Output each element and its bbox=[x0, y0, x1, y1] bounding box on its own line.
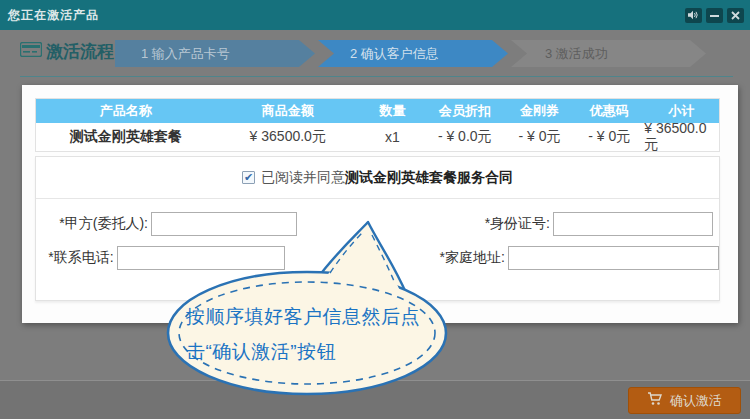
cell-quantity: x1 bbox=[360, 123, 425, 151]
agreement-checkbox[interactable]: ✔ bbox=[242, 171, 255, 184]
address-input[interactable] bbox=[508, 246, 719, 270]
step-confirm-customer-info[interactable]: 2 确认客户信息 bbox=[318, 40, 508, 67]
col-quantity: 数量 bbox=[360, 99, 425, 123]
id-number-label: *身份证号: bbox=[472, 215, 550, 233]
cell-subtotal: ¥ 36500.0元 bbox=[644, 123, 719, 151]
footer-bar: 确认激活 bbox=[0, 380, 750, 419]
id-number-input[interactable] bbox=[553, 212, 713, 236]
tutorial-line-1: 按顺序填好客户信息然后点 bbox=[186, 299, 436, 334]
window-title: 您正在激活产品 bbox=[8, 7, 99, 24]
party-a-input[interactable] bbox=[151, 212, 297, 236]
window-controls bbox=[685, 8, 744, 23]
cell-amount: ¥ 36500.0元 bbox=[215, 123, 360, 151]
volume-icon[interactable] bbox=[685, 8, 702, 23]
phone-input[interactable] bbox=[117, 246, 285, 270]
table-row: 测试金刚英雄套餐 ¥ 36500.0元 x1 - ¥ 0.0元 - ¥ 0元 -… bbox=[36, 123, 719, 151]
order-table-header: 产品名称 商品金额 数量 会员折扣 金刚券 优惠码 小计 bbox=[36, 99, 719, 123]
contract-link[interactable]: 测试金刚英雄套餐服务合同 bbox=[345, 169, 513, 185]
confirm-activate-label: 确认激活 bbox=[670, 392, 722, 410]
cell-promo-code: - ¥ 0元 bbox=[574, 123, 644, 151]
order-table: 产品名称 商品金额 数量 会员折扣 金刚券 优惠码 小计 测试金刚英雄套餐 ¥ … bbox=[35, 98, 720, 152]
customer-info-box: ✔ 已阅读并同意测试金刚英雄套餐服务合同 *甲方(委托人): *身份证号: *联… bbox=[35, 156, 720, 301]
step-activation-success: 3 激活成功 bbox=[511, 40, 706, 67]
customer-form: *甲方(委托人): *身份证号: *联系电话: *家庭地址: bbox=[36, 199, 719, 271]
col-member-discount: 会员折扣 bbox=[425, 99, 505, 123]
card-icon bbox=[20, 42, 42, 61]
form-row-1: *甲方(委托人): *身份证号: bbox=[36, 211, 719, 237]
content-panel: 产品名称 商品金额 数量 会员折扣 金刚券 优惠码 小计 测试金刚英雄套餐 ¥ … bbox=[22, 85, 738, 323]
cart-icon bbox=[647, 392, 663, 409]
flow-section-label: 激活流程 bbox=[20, 40, 114, 63]
cell-product-name: 测试金刚英雄套餐 bbox=[36, 123, 215, 151]
agreement-row: ✔ 已阅读并同意测试金刚英雄套餐服务合同 bbox=[36, 157, 719, 199]
confirm-activate-button[interactable]: 确认激活 bbox=[628, 387, 741, 414]
close-icon[interactable] bbox=[727, 8, 744, 23]
col-promo-code: 优惠码 bbox=[574, 99, 644, 123]
col-coupon: 金刚券 bbox=[505, 99, 575, 123]
nav-divider bbox=[20, 76, 733, 77]
title-bar: 您正在激活产品 bbox=[0, 0, 750, 30]
tutorial-line-2: 击“确认激活”按钮 bbox=[186, 334, 436, 369]
phone-label: *联系电话: bbox=[36, 249, 114, 267]
activation-window: 您正在激活产品 激活流程 1 输入产品卡号 2 确认客户信息 3 激活成功 bbox=[0, 0, 750, 419]
col-product-name: 产品名称 bbox=[36, 99, 215, 123]
tutorial-text: 按顺序填好客户信息然后点 击“确认激活”按钮 bbox=[186, 299, 436, 369]
col-amount: 商品金额 bbox=[215, 99, 360, 123]
form-row-2: *联系电话: *家庭地址: bbox=[36, 245, 719, 271]
agreement-prefix: 已阅读并同意 bbox=[261, 169, 345, 185]
flow-section-title: 激活流程 bbox=[46, 40, 114, 63]
party-a-label: *甲方(委托人): bbox=[36, 215, 148, 233]
minimize-icon[interactable] bbox=[706, 8, 723, 23]
cell-coupon: - ¥ 0元 bbox=[505, 123, 575, 151]
cell-member-discount: - ¥ 0.0元 bbox=[425, 123, 505, 151]
agreement-label: 已阅读并同意测试金刚英雄套餐服务合同 bbox=[261, 169, 513, 187]
step-enter-card-number[interactable]: 1 输入产品卡号 bbox=[115, 40, 315, 67]
address-label: *家庭地址: bbox=[438, 249, 505, 267]
breadcrumb: 激活流程 1 输入产品卡号 2 确认客户信息 3 激活成功 bbox=[0, 30, 750, 77]
